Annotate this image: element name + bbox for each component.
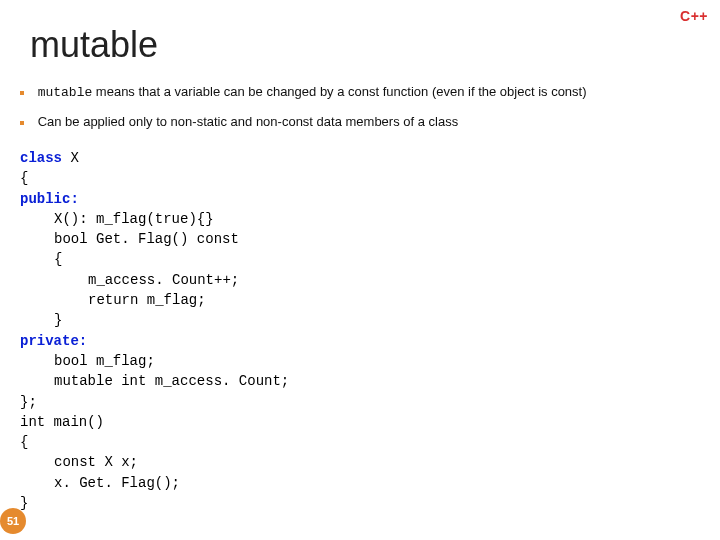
code-text: } xyxy=(20,493,700,513)
code-keyword: public: xyxy=(20,191,79,207)
code-text: X(): m_flag(true){} xyxy=(20,209,700,229)
bullet-list: mutable means that a variable can be cha… xyxy=(20,84,704,143)
code-keyword: private: xyxy=(20,333,87,349)
page-number-badge: 51 xyxy=(0,508,26,534)
code-text: { xyxy=(20,249,700,269)
bullet-text: Can be applied only to non-static and no… xyxy=(38,114,459,129)
code-text: int main() xyxy=(20,412,700,432)
bullet-marker-icon xyxy=(20,121,24,125)
bullet-item: Can be applied only to non-static and no… xyxy=(20,114,704,129)
code-text: return m_flag; xyxy=(20,290,700,310)
code-block: class X { public: X(): m_flag(true){} bo… xyxy=(20,148,700,513)
bullet-text: means that a variable can be changed by … xyxy=(92,84,586,99)
code-text: X xyxy=(62,150,79,166)
code-text: bool Get. Flag() const xyxy=(20,229,700,249)
code-text: x. Get. Flag(); xyxy=(20,473,700,493)
code-text: const X x; xyxy=(20,452,700,472)
code-text: m_access. Count++; xyxy=(20,270,700,290)
page-title: mutable xyxy=(30,24,158,66)
bullet-keyword: mutable xyxy=(38,85,93,100)
code-text: { xyxy=(20,432,700,452)
code-text: } xyxy=(20,310,700,330)
code-keyword: class xyxy=(20,150,62,166)
code-text: bool m_flag; xyxy=(20,351,700,371)
bullet-item: mutable means that a variable can be cha… xyxy=(20,84,704,100)
slide: C++ mutable mutable means that a variabl… xyxy=(0,0,720,540)
language-badge: C++ xyxy=(680,8,708,24)
code-text: { xyxy=(20,168,700,188)
code-text: }; xyxy=(20,392,700,412)
bullet-marker-icon xyxy=(20,91,24,95)
code-text: mutable int m_access. Count; xyxy=(20,371,700,391)
